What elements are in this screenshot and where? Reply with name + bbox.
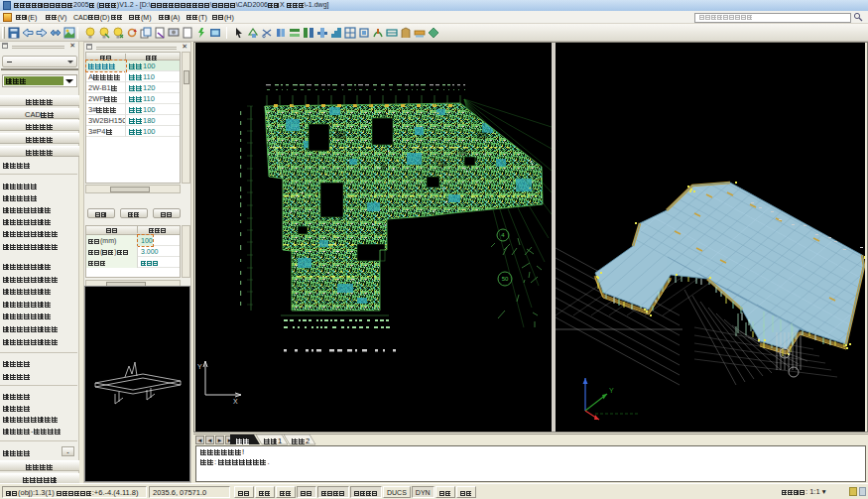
svg-text:Y: Y [609,387,614,394]
svg-text:50: 50 [502,276,509,282]
svg-text:X: X [233,398,238,405]
svg-text:4: 4 [501,232,505,238]
svg-text:Y: Y [197,363,202,370]
